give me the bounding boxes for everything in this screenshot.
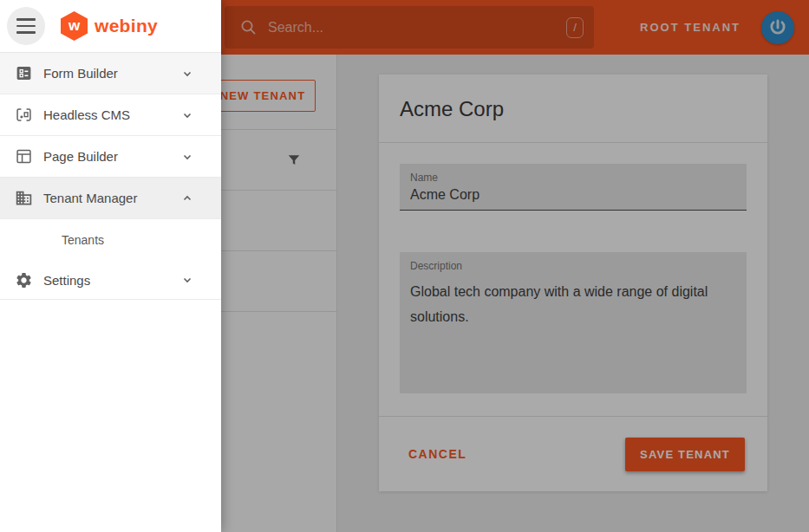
sidebar-item-page-builder[interactable]: Page Builder — [0, 136, 221, 178]
menu-hamburger-button[interactable] — [7, 7, 45, 45]
webiny-admin-app: / ROOT TENANT NEW TENANT — [0, 0, 809, 532]
chevron-down-icon — [181, 68, 193, 80]
sidebar-item-label: Form Builder — [43, 66, 118, 81]
sidebar-item-label: Page Builder — [43, 149, 118, 164]
sidebar-item-label: Headless CMS — [43, 107, 130, 122]
tenant-manager-icon — [15, 189, 33, 207]
sidebar-item-tenant-manager[interactable]: Tenant Manager — [0, 178, 221, 219]
sidebar-item-tenants[interactable]: Tenants — [0, 219, 221, 261]
sidebar-item-label: Tenants — [62, 233, 104, 247]
sidebar-item-label: Tenant Manager — [43, 191, 137, 205]
chevron-down-icon — [181, 274, 193, 286]
drawer-header: w webiny — [0, 0, 221, 53]
webiny-logo-text: webiny — [95, 16, 158, 36]
chevron-up-icon — [181, 192, 193, 204]
sidebar-item-settings[interactable]: Settings — [0, 261, 221, 300]
gear-icon — [15, 271, 33, 289]
sidebar-item-headless-cms[interactable]: Headless CMS — [0, 94, 221, 136]
sidebar-item-label: Settings — [43, 273, 90, 288]
navigation-drawer: w webiny Form Builder — [0, 0, 221, 532]
webiny-logo-hexagon: w — [61, 11, 88, 41]
webiny-logo[interactable]: w webiny — [61, 11, 158, 41]
chevron-down-icon — [181, 109, 193, 121]
page-builder-icon — [15, 147, 33, 165]
chevron-down-icon — [181, 151, 193, 163]
form-builder-icon — [15, 64, 33, 82]
headless-cms-icon — [15, 106, 33, 124]
sidebar-item-form-builder[interactable]: Form Builder — [0, 53, 221, 94]
